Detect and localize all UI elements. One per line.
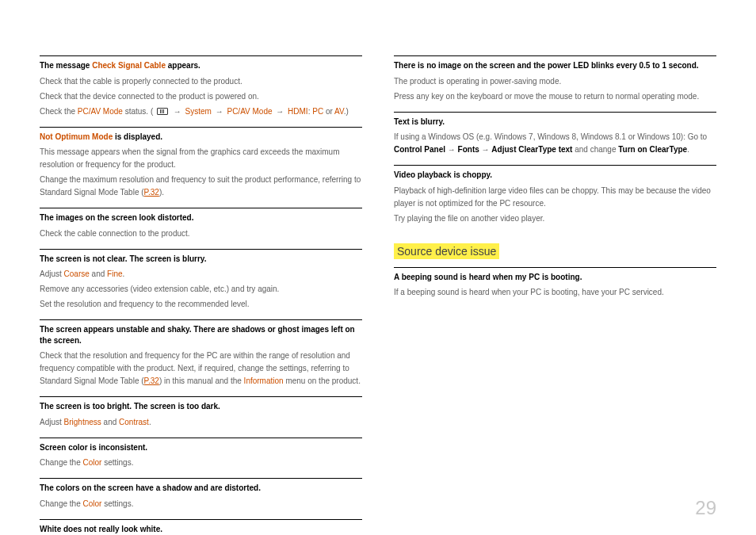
text-run: Try playing the file on another video pl… [394,214,544,223]
text-run: Contrast [119,418,149,426]
menu-icon [157,108,168,115]
text-run: The screen is not clear. The screen is b… [40,254,206,263]
text-run: → [445,145,458,154]
text-run: → [170,107,185,116]
text-run: Check that the cable is properly connect… [40,77,242,86]
text-run: . [123,269,125,278]
trouble-section: There is no image on the screen and the … [394,55,716,112]
text-run: A beeping sound is heard when my PC is b… [394,273,582,281]
page-number: 29 [695,497,716,519]
section-heading: The message Check Signal Cable appears. [40,60,362,75]
text-run: and [90,269,107,278]
text-run: Color [83,458,102,467]
section-body-line: Remove any accessories (video extension … [40,283,362,298]
section-heading: Text is blurry. [394,117,716,132]
text-run: ) in this manual and the [159,376,244,385]
section-heading: White does not really look white. [40,524,362,536]
text-run: If using a Windows OS (e.g. Windows 7, W… [394,132,707,141]
trouble-section: Text is blurry.If using a Windows OS (e.… [394,112,716,166]
text-run: Remove any accessories (video extension … [40,285,279,293]
section-body-line: Try playing the file on another video pl… [394,212,716,227]
trouble-section: White does not really look white.Change … [40,519,362,536]
text-run: AV [334,107,344,116]
section-body-line: Playback of high-definition large video … [394,185,716,212]
trouble-section: A beeping sound is heard when my PC is b… [394,267,716,308]
text-run: → [479,145,492,154]
text-run: . [687,145,689,154]
section-heading: The colors on the screen have a shadow a… [40,483,362,498]
text-run: HDMI [288,107,308,116]
trouble-section: The screen is not clear. The screen is b… [40,249,362,320]
text-run: Screen color is inconsistent. [40,443,147,452]
text-run: Fonts [458,145,479,154]
section-body-line: Adjust Coarse and Fine. [40,268,362,283]
text-run: PC [312,107,323,116]
text-run: The message [40,61,92,70]
text-run: settings. [101,458,133,467]
section-heading: Not Optimum Mode is displayed. [40,132,362,147]
text-run: status. ( [123,107,155,116]
text-run: ). [159,188,164,197]
text-run: menu on the product. [284,376,361,385]
section-body-line: Change the maximum resolution and freque… [40,174,362,201]
section-body-line: Check that the cable is properly connect… [40,75,362,90]
trouble-section: Video playback is choppy.Playback of hig… [394,165,716,234]
text-run: PC/AV Mode [227,107,272,116]
trouble-section: The images on the screen look distorted.… [40,208,362,249]
section-body-line: This message appears when the signal fro… [40,146,362,174]
section-body-line: If using a Windows OS (e.g. Windows 7, W… [394,131,716,159]
text-run: Playback of high-definition large video … [394,186,711,208]
trouble-section: The colors on the screen have a shadow a… [40,478,362,519]
text-run: is displayed. [113,132,162,141]
section-heading: The screen appears unstable and shaky. T… [40,324,362,350]
right-column: There is no image on the screen and the … [394,55,716,535]
section-body-line: Press any key on the keyboard or move th… [394,90,716,105]
text-run: Control Panel [394,145,445,154]
text-run: The images on the screen look distorted. [40,213,194,222]
section-body-line: Check that the resolution and frequency … [40,350,362,390]
text-run: The colors on the screen have a shadow a… [40,483,261,492]
text-run[interactable]: P.32 [144,376,159,385]
text-run: → [212,107,227,116]
section-body-line: The product is operating in power-saving… [394,75,716,90]
text-run: System [185,107,212,116]
text-run: appears. [166,61,200,70]
text-run: PC/AV Mode [78,107,123,116]
text-run: If a beeping sound is heard when your PC… [394,288,664,296]
section-heading: The screen is too bright. The screen is … [40,401,362,416]
text-run: settings. [101,499,133,508]
section-body-line: Change the Color settings. [40,457,362,472]
left-column: The message Check Signal Cable appears.C… [40,55,362,535]
text-run: Set the resolution and frequency to the … [40,300,250,308]
text-run: Text is blurry. [394,117,445,126]
text-run: Brightness [64,418,101,426]
text-run: Coarse [64,269,90,278]
section-title: Source device issue [394,243,499,259]
section-heading: The images on the screen look distorted. [40,212,362,227]
text-run: White does not really look white. [40,525,162,533]
text-run: Check the cable connection to the produc… [40,229,190,238]
trouble-section: The screen is too bright. The screen is … [40,396,362,438]
text-run: Fine [107,269,122,278]
text-run: .) [344,107,349,116]
section-body-line: Check that the device connected to the p… [40,90,362,105]
text-run: This message appears when the signal fro… [40,147,340,169]
text-run: Information [244,376,284,385]
text-run[interactable]: P.32 [144,188,159,197]
section-heading: Screen color is inconsistent. [40,442,362,457]
content-columns: The message Check Signal Cable appears.C… [40,55,716,535]
trouble-section: Screen color is inconsistent.Change the … [40,438,362,479]
section-body-line: Adjust Brightness and Contrast. [40,416,362,431]
section-body-line: Check the PC/AV Mode status. ( → System … [40,105,362,120]
text-run: Turn on ClearType [618,145,687,154]
section-body-line: If a beeping sound is heard when your PC… [394,286,716,301]
text-run: Adjust ClearType text [491,145,572,154]
trouble-section: Not Optimum Mode is displayed.This messa… [40,127,362,208]
text-run: and change [572,145,618,154]
text-run: Check that the device connected to the p… [40,92,259,101]
text-run: Change the [40,458,83,467]
text-run: → [273,107,288,116]
section-body-line: Set the resolution and frequency to the … [40,298,362,313]
section-body-line: Change the Color settings. [40,498,362,513]
text-run: Video playback is choppy. [394,170,492,179]
